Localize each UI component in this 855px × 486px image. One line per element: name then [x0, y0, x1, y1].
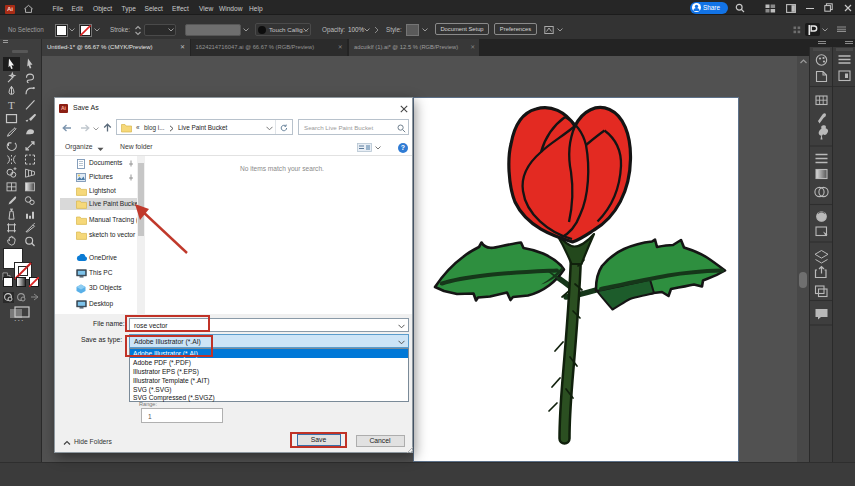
- svg-text:T: T: [8, 99, 15, 111]
